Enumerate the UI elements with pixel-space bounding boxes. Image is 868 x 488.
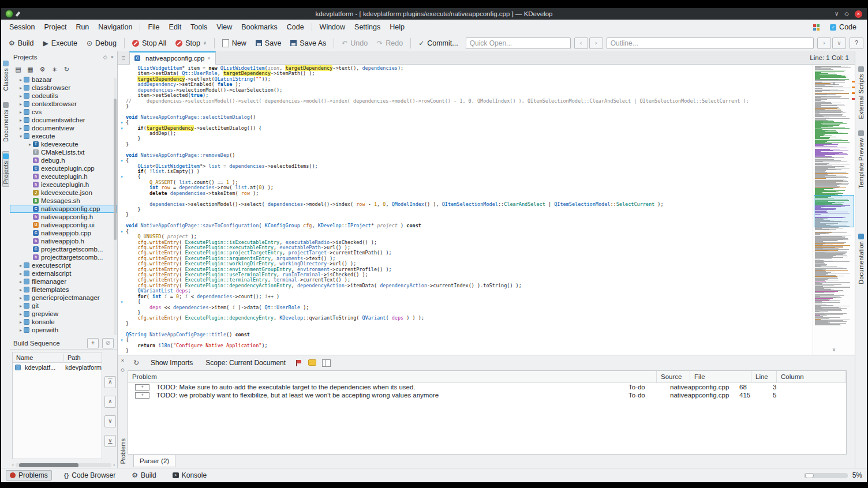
statusbar-tab-code-browser[interactable]: {}Code Browser [60, 470, 120, 481]
tree-item-cvs[interactable]: ▸cvs [10, 108, 117, 116]
fold-marker-icon[interactable]: ▾ [118, 229, 126, 234]
tree-item-kdevexecute[interactable]: ▸Tkdevexecute [10, 140, 117, 148]
toolbar-dropdown-button[interactable]: ∨ [832, 37, 846, 49]
statusbar-tab-konsole[interactable]: >Konsole [169, 470, 211, 481]
collapsed-arrow-icon[interactable]: ▸ [18, 295, 24, 301]
parser-tab[interactable]: Parser (2) [133, 455, 175, 467]
build-button[interactable]: ⚙Build [5, 37, 38, 49]
tree-item-documentswitcher[interactable]: ▸documentswitcher [10, 116, 117, 124]
tree-item-nativeappconfig-cpp[interactable]: Cnativeappconfig.cpp [10, 205, 117, 213]
tree-item-openwith[interactable]: ▸openwith [10, 326, 117, 334]
collapsed-arrow-icon[interactable]: ▸ [18, 271, 24, 276]
settings-icon[interactable]: ⚙ [38, 65, 47, 74]
problem-row[interactable]: +TODO: we probably want to flexibilize, … [128, 391, 846, 399]
error-flag-icon[interactable] [295, 359, 302, 367]
redo-button[interactable]: ↷Redo [373, 37, 407, 49]
fold-marker-icon[interactable]: ▾ [118, 126, 126, 131]
tree-item-bazaar[interactable]: ▸bazaar [10, 76, 117, 84]
menu-settings[interactable]: Settings [350, 21, 385, 33]
move-down-button[interactable]: ∨ [104, 415, 116, 427]
tree-item-kdevexecute-json[interactable]: Jkdevexecute.json [10, 189, 117, 197]
build-sequence-row[interactable]: kdevplatf...kdevplatform [13, 363, 102, 371]
collapsed-arrow-icon[interactable]: ▸ [18, 77, 24, 82]
execute-button[interactable]: ▶Execute [39, 37, 81, 49]
tree-item-documentview[interactable]: ▸documentview [10, 124, 117, 132]
dock-tab-documentation[interactable]: Documentation [858, 231, 865, 287]
add-build-item-button[interactable]: + [87, 338, 99, 348]
collapsed-arrow-icon[interactable]: ▸ [18, 126, 24, 131]
tree-item-contextbrowser[interactable]: ▸contextbrowser [10, 100, 117, 108]
tree-item-genericprojectmanager[interactable]: ▸genericprojectmanager [10, 294, 117, 302]
close-problems-icon[interactable]: × [121, 358, 124, 363]
reload-icon[interactable]: ↻ [62, 65, 72, 74]
tree-item-nativeappconfig-h[interactable]: hnativeappconfig.h [10, 213, 117, 221]
tree-item-classbrowser[interactable]: ▸classbrowser [10, 84, 117, 92]
tree-item-git[interactable]: ▸git [10, 302, 117, 310]
collapsed-arrow-icon[interactable]: ▸ [18, 85, 24, 91]
tab-close-icon[interactable]: × [207, 55, 210, 61]
minimize-icon[interactable]: ∨ [835, 11, 839, 17]
problems-col-line[interactable]: Line [751, 371, 777, 382]
dock-tab-template-preview[interactable]: Template Preview [858, 128, 865, 191]
forward-button[interactable]: › [817, 37, 831, 49]
fold-marker-icon[interactable]: ▾ [118, 174, 126, 179]
menu-view[interactable]: View [212, 21, 237, 33]
save-as-button[interactable]: Save As [286, 37, 330, 49]
collapsed-arrow-icon[interactable]: ▸ [18, 311, 24, 317]
quick-open-input[interactable] [466, 37, 571, 49]
debug-button[interactable]: ⊙Debug [83, 37, 121, 49]
collapsed-arrow-icon[interactable]: ▸ [18, 328, 24, 333]
tree-item-filetemplates[interactable]: ▸filetemplates [10, 286, 117, 294]
expander-icon[interactable]: + [135, 384, 149, 391]
tree-scrollbar[interactable] [114, 78, 117, 335]
collapsed-arrow-icon[interactable]: ▸ [18, 320, 24, 325]
tree-item-externalscript[interactable]: ▸externalscript [10, 269, 117, 277]
menu-run[interactable]: Run [71, 21, 93, 33]
show-imports-button[interactable]: Show Imports [147, 357, 196, 369]
columns-icon[interactable] [322, 359, 331, 367]
menu-navigation[interactable]: Navigation [93, 21, 137, 33]
menu-file[interactable]: File [143, 21, 164, 33]
tree-item-projecttargetscomb[interactable]: Cprojecttargetscomb... [10, 245, 117, 253]
zoom-slider-thumb[interactable] [805, 473, 814, 478]
tree-item-codeutils[interactable]: ▸codeutils [10, 92, 117, 100]
refresh-icon[interactable]: ↻ [131, 358, 141, 368]
collapsed-arrow-icon[interactable]: ▸ [18, 287, 24, 292]
fold-marker-icon[interactable]: ▾ [118, 120, 126, 125]
tree-item-projecttargetscomb[interactable]: hprojecttargetscomb... [10, 253, 117, 261]
expander-icon[interactable]: + [135, 392, 149, 399]
scope-dropdown[interactable]: Scope: Current Document [202, 357, 289, 369]
problems-col-source[interactable]: Source [657, 371, 690, 382]
collapsed-arrow-icon[interactable]: ▸ [18, 279, 24, 284]
collapsed-arrow-icon[interactable]: ▸ [18, 118, 24, 123]
dock-tab-external-scripts[interactable]: External Scripts [858, 64, 865, 121]
menu-help[interactable]: Help [385, 21, 409, 33]
code-area-button[interactable]: ✓ Code [825, 22, 861, 32]
menu-code[interactable]: Code [282, 21, 309, 33]
detail-view-icon[interactable]: ▦ [25, 65, 35, 74]
close-icon[interactable]: × [855, 10, 862, 18]
menu-edit[interactable]: Edit [164, 21, 186, 33]
collapsed-arrow-icon[interactable]: ▸ [18, 110, 24, 115]
collapsed-arrow-icon[interactable]: ▸ [18, 93, 24, 99]
area-switcher-icon[interactable] [813, 24, 820, 31]
close-panel-icon[interactable]: × [111, 54, 114, 60]
document-list-icon[interactable]: ≡ [118, 54, 129, 61]
prev-button[interactable]: ‹ [574, 37, 588, 49]
menu-session[interactable]: Session [5, 21, 39, 33]
minimap-down-icon[interactable]: ∨ [813, 347, 855, 352]
tree-item-filemanager[interactable]: ▸filemanager [10, 277, 117, 286]
help-button[interactable]: ? [850, 37, 863, 49]
fold-marker-icon[interactable]: ▾ [118, 299, 126, 305]
document-tab[interactable]: C nativeappconfig.cpp × [129, 51, 216, 65]
fold-marker-icon[interactable]: ▾ [118, 337, 126, 343]
commit-button[interactable]: ✓Commit... [414, 37, 462, 49]
stop-all-button[interactable]: Stop All [128, 37, 170, 49]
tree-item-debug-h[interactable]: hdebug.h [10, 156, 117, 164]
menu-tools[interactable]: Tools [186, 21, 212, 33]
code-area[interactable]: QListWidgetItem* item = new QListWidgetI… [118, 65, 813, 355]
tree-item-konsole[interactable]: ▸konsole [10, 318, 117, 326]
maximize-icon[interactable]: ◇ [844, 11, 849, 17]
tree-mode-icon[interactable]: ▤ [13, 65, 23, 74]
menu-bookmarks[interactable]: Bookmarks [237, 21, 282, 33]
